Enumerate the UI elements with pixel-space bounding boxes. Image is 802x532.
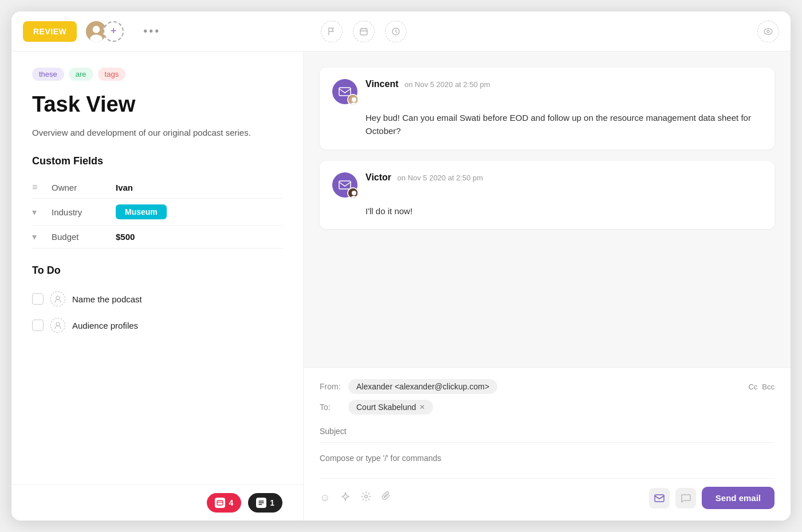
svg-rect-10 xyxy=(339,88,351,96)
tags-row: these are tags xyxy=(32,68,282,81)
owner-value: Ivan xyxy=(116,183,133,192)
to-label: To: xyxy=(320,403,343,412)
right-panel: Vincent on Nov 5 2020 at 2:50 pm Hey bud… xyxy=(304,52,791,521)
todo-item-1: Name the podcast xyxy=(32,286,282,312)
message-meta-1: Vincent on Nov 5 2020 at 2:50 pm xyxy=(365,79,490,89)
message-body-2: I'll do it now! xyxy=(365,204,762,218)
emoji-icon[interactable]: ☺ xyxy=(320,492,330,504)
attachment-icon[interactable] xyxy=(382,491,391,505)
top-bar-right xyxy=(757,21,779,42)
svg-point-6 xyxy=(767,30,769,33)
owner-icon: ≡ xyxy=(32,182,45,192)
eye-icon-button[interactable] xyxy=(757,21,779,42)
more-options-button[interactable]: ••• xyxy=(143,25,160,38)
chat-toggle-icon[interactable] xyxy=(675,488,696,509)
svg-point-12 xyxy=(352,97,356,102)
message-header-1: Vincent on Nov 5 2020 at 2:50 pm xyxy=(332,79,762,104)
task-description: Overview and development of our original… xyxy=(32,127,282,140)
left-panel: these are tags Task View Overview and de… xyxy=(11,52,304,521)
compose-input[interactable] xyxy=(320,454,775,463)
todo-text-2: Audience profiles xyxy=(72,321,138,330)
task-title: Task View xyxy=(32,92,282,117)
svg-point-16 xyxy=(352,191,356,195)
top-bar-left: REVIEW + ••• xyxy=(23,20,315,43)
svg-rect-19 xyxy=(655,495,664,502)
compose-area xyxy=(320,450,775,478)
budget-value: $500 xyxy=(116,232,135,242)
badge-red-icon xyxy=(215,498,225,508)
clock-icon-button[interactable] xyxy=(385,21,407,42)
industry-icon: ▾ xyxy=(32,207,45,218)
svg-rect-14 xyxy=(339,181,351,189)
sender-name-2: Victor xyxy=(365,172,391,182)
svg-rect-9 xyxy=(217,501,223,505)
to-chip[interactable]: Court Skabelund ✕ xyxy=(348,400,433,415)
badge-red-count: 4 xyxy=(229,498,233,507)
email-composer: From: Alexander <alexander@clickup.com> … xyxy=(304,367,791,521)
send-time-1: on Nov 5 2020 at 2:50 pm xyxy=(404,80,490,89)
svg-point-8 xyxy=(56,322,60,326)
field-owner: ≡ Owner Ivan xyxy=(32,176,282,199)
badge-dark-icon xyxy=(256,498,266,508)
budget-label: Budget xyxy=(52,232,109,242)
industry-label: Industry xyxy=(52,207,109,217)
todo-section: To Do Name the podcast xyxy=(32,265,282,338)
avatar-group: + xyxy=(85,20,124,43)
composer-toolbar: ☺ xyxy=(320,478,775,509)
subject-row xyxy=(320,420,775,443)
chip-remove-button[interactable]: ✕ xyxy=(419,403,425,411)
from-chip[interactable]: Alexander <alexander@clickup.com> xyxy=(348,379,497,394)
svg-point-18 xyxy=(365,495,368,498)
to-value: Court Skabelund xyxy=(356,403,416,412)
todo-text-1: Name the podcast xyxy=(72,294,142,304)
sub-avatar-1 xyxy=(347,94,359,105)
svg-rect-3 xyxy=(360,29,367,35)
todo-avatar-1 xyxy=(50,291,65,306)
app-window: REVIEW + ••• xyxy=(11,11,791,521)
gear-icon[interactable] xyxy=(361,491,371,505)
message-card-2: Victor on Nov 5 2020 at 2:50 pm I'll do … xyxy=(320,161,775,229)
custom-fields-title: Custom Fields xyxy=(32,155,282,167)
to-row: To: Court Skabelund ✕ xyxy=(320,400,775,415)
field-budget: ▾ Budget $500 xyxy=(32,226,282,249)
content-area: these are tags Task View Overview and de… xyxy=(11,52,791,521)
email-toggle-icon[interactable] xyxy=(649,488,670,509)
calendar-icon-button[interactable] xyxy=(353,21,375,42)
from-row: From: Alexander <alexander@clickup.com> … xyxy=(320,379,775,394)
cc-button[interactable]: Cc xyxy=(748,383,757,391)
industry-value[interactable]: Museum xyxy=(116,204,167,219)
from-value: Alexander <alexander@clickup.com> xyxy=(356,382,489,391)
custom-fields-section: Custom Fields ≡ Owner Ivan ▾ Industry Mu… xyxy=(32,155,282,249)
send-email-button[interactable]: Send email xyxy=(702,487,775,509)
review-button[interactable]: REVIEW xyxy=(23,21,77,42)
tag-these[interactable]: these xyxy=(32,68,64,81)
todo-checkbox-1[interactable] xyxy=(32,293,44,305)
message-body-1: Hey bud! Can you email Swati before EOD … xyxy=(365,111,762,138)
message-avatar-2 xyxy=(332,172,357,198)
message-avatar-1 xyxy=(332,79,357,104)
message-card-1: Vincent on Nov 5 2020 at 2:50 pm Hey bud… xyxy=(320,68,775,149)
todo-title: To Do xyxy=(32,265,282,277)
todo-item-2: Audience profiles xyxy=(32,312,282,338)
sparkle-icon[interactable] xyxy=(340,491,351,505)
top-bar: REVIEW + ••• xyxy=(11,11,791,52)
add-member-button[interactable]: + xyxy=(103,21,124,42)
svg-point-7 xyxy=(56,296,60,300)
badge-dark-count: 1 xyxy=(270,498,274,507)
svg-point-1 xyxy=(93,26,100,33)
bcc-button[interactable]: Bcc xyxy=(762,383,775,391)
badge-red-button[interactable]: 4 xyxy=(207,493,241,513)
flag-icon-button[interactable] xyxy=(321,21,343,42)
sub-avatar-2 xyxy=(347,187,359,199)
cc-bcc-buttons: Cc Bcc xyxy=(748,383,775,391)
todo-checkbox-2[interactable] xyxy=(32,320,44,331)
tag-tags[interactable]: tags xyxy=(98,68,126,81)
badge-dark-button[interactable]: 1 xyxy=(248,493,282,513)
from-label: From: xyxy=(320,382,343,391)
subject-input[interactable] xyxy=(320,427,775,436)
top-bar-center xyxy=(315,21,757,42)
field-industry: ▾ Industry Museum xyxy=(32,199,282,226)
tag-are[interactable]: are xyxy=(69,68,93,81)
messages-area: Vincent on Nov 5 2020 at 2:50 pm Hey bud… xyxy=(304,52,791,367)
message-header-2: Victor on Nov 5 2020 at 2:50 pm xyxy=(332,172,762,198)
